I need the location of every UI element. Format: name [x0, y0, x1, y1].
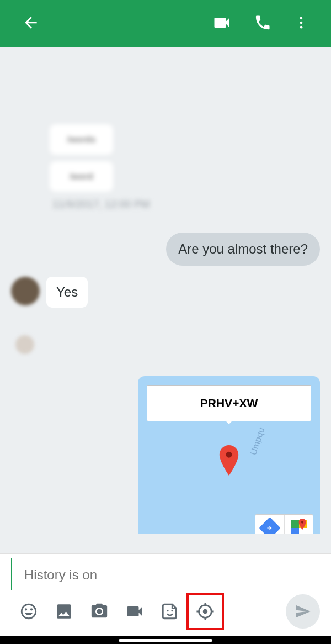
gallery-button[interactable]	[46, 594, 82, 629]
back-button[interactable]	[11, 14, 51, 34]
emoji-button[interactable]	[11, 594, 46, 629]
conversation-area[interactable]: /words /word 11/9/2017, 12:00 PM Are you…	[0, 47, 331, 534]
redacted-messages: /words /word 11/9/2017, 12:00 PM	[50, 124, 320, 210]
overflow-menu-button[interactable]	[282, 15, 320, 33]
location-button[interactable]	[188, 594, 223, 629]
svg-point-6	[172, 610, 173, 611]
svg-point-0	[300, 17, 303, 19]
outgoing-message-row: Are you almost there?	[11, 233, 320, 266]
phone-call-button[interactable]	[243, 14, 282, 34]
avatar[interactable]	[15, 335, 34, 354]
incoming-message-bubble[interactable]: Yes	[46, 277, 88, 308]
camera-button[interactable]	[82, 594, 117, 629]
compose-bar	[0, 553, 331, 636]
video-button[interactable]	[117, 594, 152, 629]
redacted-message: /words	[50, 124, 113, 155]
map-pin-icon	[217, 445, 241, 482]
svg-point-2	[300, 25, 303, 28]
map-actions	[255, 514, 313, 534]
svg-point-1	[300, 21, 303, 24]
redacted-timestamp: 11/9/2017, 12:00 PM	[52, 198, 320, 210]
sticker-button[interactable]	[152, 594, 188, 629]
open-maps-button[interactable]	[284, 515, 313, 534]
directions-icon	[259, 517, 281, 534]
send-button[interactable]	[286, 594, 320, 629]
redacted-message: /word	[50, 161, 113, 192]
system-nav-bar	[0, 636, 331, 644]
incoming-message-row	[11, 319, 320, 354]
app-header	[0, 0, 331, 47]
svg-point-3	[226, 452, 232, 458]
google-maps-icon	[291, 520, 307, 534]
video-call-button[interactable]	[201, 13, 243, 35]
message-input[interactable]	[11, 558, 331, 590]
location-share-card[interactable]: PRHV+XW Umpqu Google	[138, 376, 320, 534]
street-label: Umpqu	[249, 426, 267, 457]
svg-point-7	[203, 609, 208, 614]
directions-button[interactable]	[255, 515, 284, 534]
home-indicator[interactable]	[119, 639, 212, 642]
incoming-message-row: Yes	[11, 277, 320, 308]
outgoing-message-bubble[interactable]: Are you almost there?	[166, 233, 320, 266]
svg-point-4	[301, 521, 303, 523]
location-code-label: PRHV+XW	[147, 385, 311, 421]
svg-point-5	[167, 610, 168, 611]
avatar[interactable]	[11, 277, 40, 305]
attachment-toolbar	[0, 594, 331, 629]
